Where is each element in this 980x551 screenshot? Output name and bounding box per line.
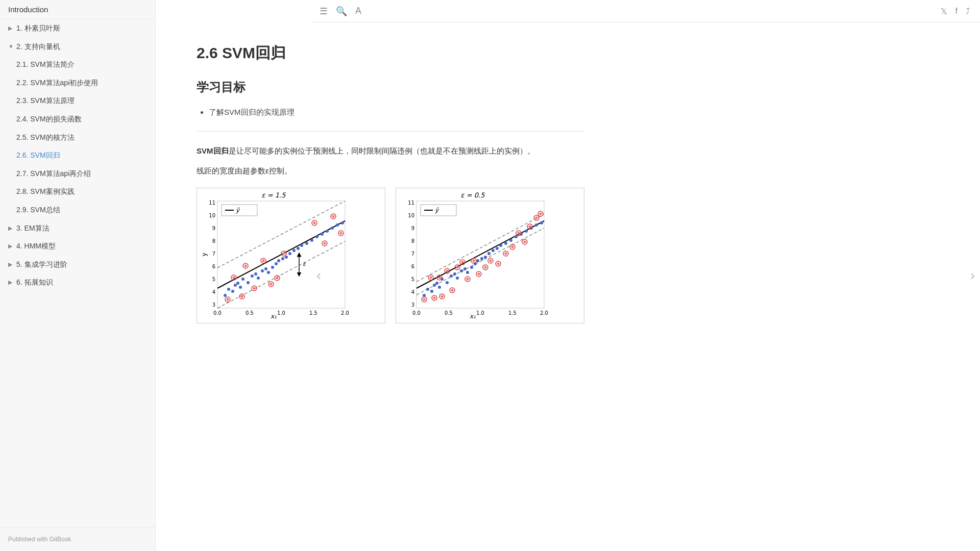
chart-epsilon-0-5: ε = 0.5 3 4 5 6 7 8 9 10 11 0.0 0.5 xyxy=(396,188,584,323)
svg-text:y: y xyxy=(201,253,208,256)
svg-point-75 xyxy=(324,242,326,244)
svg-point-47 xyxy=(310,239,313,242)
svg-point-141 xyxy=(438,276,441,279)
sidebar-item-ch2-1[interactable]: 2.1. SVM算法简介 xyxy=(0,56,155,74)
svg-point-65 xyxy=(262,259,265,262)
svg-point-69 xyxy=(276,277,279,279)
divider xyxy=(197,131,584,132)
sidebar-item-ch3[interactable]: ▶ 3. EM算法 xyxy=(0,219,155,238)
arrow-icon: ▶ xyxy=(8,24,16,32)
arrow-icon: ▶ xyxy=(8,224,16,232)
sidebar-item-ch1[interactable]: ▶ 1. 朴素贝叶斯 xyxy=(0,19,155,38)
arrow-icon: ▶ xyxy=(8,242,16,250)
sidebar-item-ch2-7[interactable]: 2.7. SVM算法api再介绍 xyxy=(0,165,155,183)
svg-point-35 xyxy=(264,267,267,270)
svg-text:1.0: 1.0 xyxy=(476,310,484,316)
svg-point-29 xyxy=(241,278,244,281)
sidebar-item-ch2[interactable]: ▼ 2. 支持向量机 xyxy=(0,38,155,56)
svg-point-108 xyxy=(438,286,441,289)
svg-point-36 xyxy=(267,271,270,274)
arrow-icon: ▶ xyxy=(8,279,16,286)
svg-point-175 xyxy=(535,216,538,219)
sidebar: Introduction ▶ 1. 朴素贝叶斯 ▼ 2. 支持向量机 2.1. … xyxy=(0,0,156,551)
menu-icon[interactable]: ☰ xyxy=(320,6,328,17)
svg-point-46 xyxy=(305,242,308,245)
nav-prev-button[interactable]: ‹ xyxy=(316,267,321,284)
svg-point-52 xyxy=(336,223,339,227)
twitter-icon[interactable]: 𝕏 xyxy=(941,7,947,16)
svg-point-42 xyxy=(288,252,291,255)
facebook-icon[interactable]: f xyxy=(955,7,958,16)
svg-point-32 xyxy=(254,272,257,276)
sidebar-introduction[interactable]: Introduction xyxy=(0,0,155,19)
svg-text:6: 6 xyxy=(411,264,414,269)
svg-point-153 xyxy=(467,278,469,280)
svg-point-171 xyxy=(524,240,526,243)
svg-text:4: 4 xyxy=(411,289,414,295)
share-icon[interactable]: ⤴ xyxy=(966,7,970,16)
svg-point-27 xyxy=(236,282,239,285)
svg-text:ε = 1.5: ε = 1.5 xyxy=(262,191,286,199)
svg-point-149 xyxy=(456,266,459,268)
svg-point-123 xyxy=(492,249,495,252)
svg-point-155 xyxy=(473,259,475,262)
sidebar-item-ch2-2[interactable]: 2.2. SVM算法api初步使用 xyxy=(0,74,155,92)
sidebar-item-ch6[interactable]: ▶ 6. 拓展知识 xyxy=(0,273,155,292)
sidebar-footer: Published with GitBook xyxy=(0,527,155,551)
svg-point-48 xyxy=(315,235,318,238)
svg-point-73 xyxy=(313,221,316,224)
svg-point-79 xyxy=(340,232,342,234)
svg-point-61 xyxy=(244,264,247,267)
svg-point-114 xyxy=(460,269,463,272)
svg-point-125 xyxy=(499,244,502,247)
page-title: 2.6 SVM回归 xyxy=(197,43,584,64)
svg-text:7: 7 xyxy=(411,251,414,257)
svg-point-165 xyxy=(505,252,507,255)
sidebar-item-ch5[interactable]: ▶ 5. 集成学习进阶 xyxy=(0,256,155,274)
svg-point-167 xyxy=(511,245,514,248)
svg-point-53 xyxy=(341,221,344,224)
svg-point-57 xyxy=(233,276,235,279)
svg-point-31 xyxy=(251,274,254,278)
nav-next-button[interactable]: › xyxy=(970,267,975,284)
font-icon[interactable]: A xyxy=(355,6,361,16)
svg-point-38 xyxy=(275,262,278,265)
svg-point-105 xyxy=(430,290,433,293)
sidebar-item-ch4[interactable]: ▶ 4. HMM模型 xyxy=(0,237,155,256)
svg-point-163 xyxy=(497,262,500,265)
search-icon[interactable]: 🔍 xyxy=(336,6,347,17)
svg-point-26 xyxy=(234,284,237,287)
svg-point-116 xyxy=(466,271,469,274)
svg-point-139 xyxy=(433,296,436,299)
sidebar-item-ch2-4[interactable]: 2.4. SVM的损失函数 xyxy=(0,110,155,129)
svg-point-113 xyxy=(456,277,459,280)
arrow-icon: ▶ xyxy=(8,261,16,268)
arrow-icon: ▼ xyxy=(8,43,16,51)
svg-point-40 xyxy=(281,257,284,260)
svg-point-77 xyxy=(332,215,335,217)
svg-text:11: 11 xyxy=(408,200,414,206)
svg-point-119 xyxy=(476,259,479,262)
sidebar-item-ch2-6[interactable]: 2.6. SVM回归 xyxy=(0,146,155,165)
svg-point-39 xyxy=(277,259,280,262)
svg-point-55 xyxy=(227,298,229,300)
svg-point-67 xyxy=(270,283,273,285)
svg-point-121 xyxy=(484,256,487,259)
svg-text:0.0: 0.0 xyxy=(412,310,421,316)
svg-text:ε: ε xyxy=(303,261,306,267)
svg-point-120 xyxy=(480,257,483,260)
sidebar-item-ch2-9[interactable]: 2.9. SVM总结 xyxy=(0,201,155,219)
svg-text:7: 7 xyxy=(212,251,215,257)
sidebar-item-ch2-5[interactable]: 2.5. SVM的核方法 xyxy=(0,129,155,147)
svg-point-103 xyxy=(423,294,426,297)
svg-point-147 xyxy=(451,289,454,291)
svg-text:11: 11 xyxy=(209,200,215,206)
svg-text:3: 3 xyxy=(411,302,414,308)
charts-container: ε = 1.5 y x₁ 3 4 5 6 7 xyxy=(197,188,584,323)
svg-text:0.5: 0.5 xyxy=(445,310,453,316)
sidebar-item-ch2-8[interactable]: 2.8. SVM案例实践 xyxy=(0,183,155,201)
sidebar-item-ch2-3[interactable]: 2.3. SVM算法原理 xyxy=(0,92,155,110)
svg-text:6: 6 xyxy=(212,264,215,269)
svg-point-107 xyxy=(435,282,438,285)
chart-epsilon-1-5: ε = 1.5 y x₁ 3 4 5 6 7 xyxy=(197,188,385,323)
